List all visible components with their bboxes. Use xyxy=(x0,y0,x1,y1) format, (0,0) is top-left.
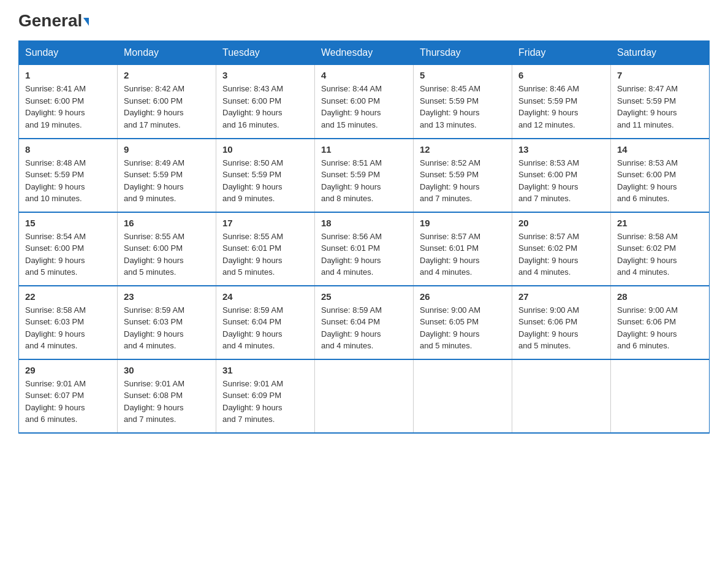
day-info: Sunrise: 8:51 AMSunset: 5:59 PMDaylight:… xyxy=(321,157,407,205)
calendar-day-cell: 9Sunrise: 8:49 AMSunset: 5:59 PMDaylight… xyxy=(118,139,216,212)
calendar-day-cell: 12Sunrise: 8:52 AMSunset: 5:59 PMDayligh… xyxy=(414,139,512,212)
day-info: Sunrise: 8:50 AMSunset: 5:59 PMDaylight:… xyxy=(222,157,308,205)
day-number: 11 xyxy=(321,144,407,155)
calendar-table: SundayMondayTuesdayWednesdayThursdayFrid… xyxy=(18,40,710,434)
day-number: 23 xyxy=(124,291,210,302)
calendar-week-row: 15Sunrise: 8:54 AMSunset: 6:00 PMDayligh… xyxy=(19,212,710,286)
calendar-day-cell: 21Sunrise: 8:58 AMSunset: 6:02 PMDayligh… xyxy=(611,212,710,286)
day-number: 6 xyxy=(518,70,604,80)
calendar-week-row: 29Sunrise: 9:01 AMSunset: 6:07 PMDayligh… xyxy=(19,359,710,433)
calendar-day-cell: 25Sunrise: 8:59 AMSunset: 6:04 PMDayligh… xyxy=(315,286,414,359)
day-number: 15 xyxy=(25,218,111,228)
calendar-day-cell: 24Sunrise: 8:59 AMSunset: 6:04 PMDayligh… xyxy=(216,286,315,359)
calendar-day-cell xyxy=(611,359,710,433)
calendar-day-cell: 1Sunrise: 8:41 AMSunset: 6:00 PMDaylight… xyxy=(19,65,118,139)
day-number: 17 xyxy=(222,218,308,228)
day-number: 28 xyxy=(617,291,703,302)
calendar-week-row: 8Sunrise: 8:48 AMSunset: 5:59 PMDaylight… xyxy=(19,139,710,212)
day-info: Sunrise: 9:00 AMSunset: 6:05 PMDaylight:… xyxy=(420,304,506,352)
day-number: 30 xyxy=(124,365,210,375)
calendar-day-cell: 5Sunrise: 8:45 AMSunset: 5:59 PMDaylight… xyxy=(414,65,512,139)
weekday-header: Friday xyxy=(512,41,611,65)
day-info: Sunrise: 9:01 AMSunset: 6:08 PMDaylight:… xyxy=(124,378,210,426)
day-info: Sunrise: 8:58 AMSunset: 6:02 PMDaylight:… xyxy=(617,231,703,278)
day-info: Sunrise: 8:41 AMSunset: 6:00 PMDaylight:… xyxy=(25,83,111,131)
day-info: Sunrise: 8:57 AMSunset: 6:01 PMDaylight:… xyxy=(420,231,506,278)
weekday-header: Saturday xyxy=(611,41,710,65)
calendar-day-cell: 30Sunrise: 9:01 AMSunset: 6:08 PMDayligh… xyxy=(118,359,216,433)
day-info: Sunrise: 8:44 AMSunset: 6:00 PMDaylight:… xyxy=(321,83,407,131)
calendar-day-cell: 15Sunrise: 8:54 AMSunset: 6:00 PMDayligh… xyxy=(19,212,118,286)
day-number: 31 xyxy=(222,365,308,375)
day-number: 14 xyxy=(617,144,703,155)
day-number: 26 xyxy=(420,291,506,302)
day-info: Sunrise: 8:45 AMSunset: 5:59 PMDaylight:… xyxy=(420,83,506,131)
day-info: Sunrise: 8:55 AMSunset: 6:00 PMDaylight:… xyxy=(124,231,210,278)
weekday-header: Monday xyxy=(118,41,216,65)
day-number: 27 xyxy=(518,291,604,302)
day-info: Sunrise: 8:43 AMSunset: 6:00 PMDaylight:… xyxy=(222,83,308,131)
day-number: 4 xyxy=(321,70,407,80)
day-info: Sunrise: 9:01 AMSunset: 6:07 PMDaylight:… xyxy=(25,378,111,426)
weekday-header: Sunday xyxy=(19,41,118,65)
day-number: 8 xyxy=(25,144,111,155)
day-number: 7 xyxy=(617,70,703,80)
calendar-day-cell: 4Sunrise: 8:44 AMSunset: 6:00 PMDaylight… xyxy=(315,65,414,139)
weekday-header: Tuesday xyxy=(216,41,315,65)
day-number: 2 xyxy=(124,70,210,80)
day-number: 3 xyxy=(222,70,308,80)
calendar-day-cell: 8Sunrise: 8:48 AMSunset: 5:59 PMDaylight… xyxy=(19,139,118,212)
day-info: Sunrise: 8:46 AMSunset: 5:59 PMDaylight:… xyxy=(518,83,604,131)
day-info: Sunrise: 8:47 AMSunset: 5:59 PMDaylight:… xyxy=(617,83,703,131)
day-info: Sunrise: 9:01 AMSunset: 6:09 PMDaylight:… xyxy=(222,378,308,426)
day-info: Sunrise: 8:42 AMSunset: 6:00 PMDaylight:… xyxy=(124,83,210,131)
day-number: 10 xyxy=(222,144,308,155)
day-info: Sunrise: 8:48 AMSunset: 5:59 PMDaylight:… xyxy=(25,157,111,205)
logo-triangle-icon xyxy=(83,18,89,26)
calendar-day-cell: 17Sunrise: 8:55 AMSunset: 6:01 PMDayligh… xyxy=(216,212,315,286)
calendar-day-cell: 6Sunrise: 8:46 AMSunset: 5:59 PMDaylight… xyxy=(512,65,611,139)
calendar-day-cell: 29Sunrise: 9:01 AMSunset: 6:07 PMDayligh… xyxy=(19,359,118,433)
day-number: 29 xyxy=(25,365,111,375)
logo-general-text: General xyxy=(18,12,89,29)
day-number: 20 xyxy=(518,218,604,228)
day-info: Sunrise: 8:55 AMSunset: 6:01 PMDaylight:… xyxy=(222,231,308,278)
day-info: Sunrise: 8:59 AMSunset: 6:03 PMDaylight:… xyxy=(124,304,210,352)
day-number: 16 xyxy=(124,218,210,228)
calendar-day-cell: 19Sunrise: 8:57 AMSunset: 6:01 PMDayligh… xyxy=(414,212,512,286)
calendar-day-cell: 28Sunrise: 9:00 AMSunset: 6:06 PMDayligh… xyxy=(611,286,710,359)
day-number: 24 xyxy=(222,291,308,302)
day-info: Sunrise: 8:57 AMSunset: 6:02 PMDaylight:… xyxy=(518,231,604,278)
logo: General xyxy=(18,12,89,28)
day-number: 25 xyxy=(321,291,407,302)
calendar-day-cell: 23Sunrise: 8:59 AMSunset: 6:03 PMDayligh… xyxy=(118,286,216,359)
calendar-day-cell: 14Sunrise: 8:53 AMSunset: 6:00 PMDayligh… xyxy=(611,139,710,212)
day-number: 18 xyxy=(321,218,407,228)
day-info: Sunrise: 8:59 AMSunset: 6:04 PMDaylight:… xyxy=(321,304,407,352)
calendar-day-cell xyxy=(414,359,512,433)
day-info: Sunrise: 8:49 AMSunset: 5:59 PMDaylight:… xyxy=(124,157,210,205)
calendar-week-row: 22Sunrise: 8:58 AMSunset: 6:03 PMDayligh… xyxy=(19,286,710,359)
day-number: 1 xyxy=(25,70,111,80)
day-info: Sunrise: 8:54 AMSunset: 6:00 PMDaylight:… xyxy=(25,231,111,278)
calendar-day-cell: 11Sunrise: 8:51 AMSunset: 5:59 PMDayligh… xyxy=(315,139,414,212)
day-info: Sunrise: 8:53 AMSunset: 6:00 PMDaylight:… xyxy=(518,157,604,205)
day-info: Sunrise: 8:58 AMSunset: 6:03 PMDaylight:… xyxy=(25,304,111,352)
day-number: 12 xyxy=(420,144,506,155)
day-number: 21 xyxy=(617,218,703,228)
day-info: Sunrise: 8:52 AMSunset: 5:59 PMDaylight:… xyxy=(420,157,506,205)
day-info: Sunrise: 8:56 AMSunset: 6:01 PMDaylight:… xyxy=(321,231,407,278)
page-header: General xyxy=(18,12,710,28)
day-number: 19 xyxy=(420,218,506,228)
calendar-day-cell: 2Sunrise: 8:42 AMSunset: 6:00 PMDaylight… xyxy=(118,65,216,139)
day-number: 22 xyxy=(25,291,111,302)
calendar-header-row: SundayMondayTuesdayWednesdayThursdayFrid… xyxy=(19,41,710,65)
calendar-day-cell: 16Sunrise: 8:55 AMSunset: 6:00 PMDayligh… xyxy=(118,212,216,286)
calendar-day-cell: 22Sunrise: 8:58 AMSunset: 6:03 PMDayligh… xyxy=(19,286,118,359)
calendar-day-cell: 31Sunrise: 9:01 AMSunset: 6:09 PMDayligh… xyxy=(216,359,315,433)
calendar-day-cell xyxy=(315,359,414,433)
day-number: 9 xyxy=(124,144,210,155)
day-info: Sunrise: 9:00 AMSunset: 6:06 PMDaylight:… xyxy=(518,304,604,352)
weekday-header: Wednesday xyxy=(315,41,414,65)
day-info: Sunrise: 9:00 AMSunset: 6:06 PMDaylight:… xyxy=(617,304,703,352)
